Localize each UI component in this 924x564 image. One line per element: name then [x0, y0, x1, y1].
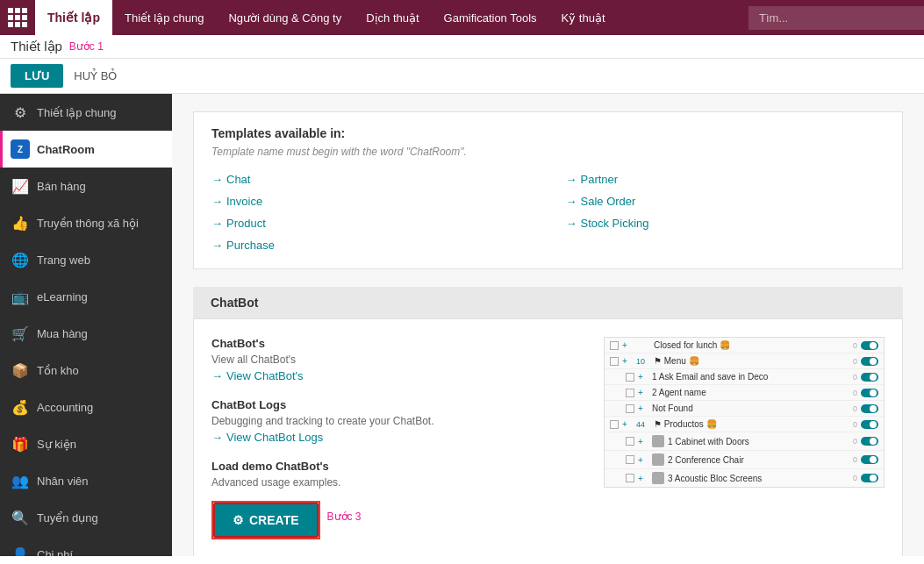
preview-checkbox[interactable]: [610, 420, 619, 429]
nav-item-dich-thuat[interactable]: Dịch thuật: [354, 0, 431, 35]
template-invoice[interactable]: → Invoice: [211, 192, 531, 211]
main-content: Templates available in: Template name mu…: [172, 94, 924, 556]
sidebar-item-ban-hang[interactable]: 📈 Bán hàng: [0, 168, 172, 204]
arrow-icon: →: [211, 239, 223, 252]
step3-label: Bước 3: [327, 510, 362, 523]
arrow-icon: →: [566, 173, 577, 186]
preview-count: 0: [853, 373, 857, 382]
grid-menu-button[interactable]: [0, 0, 35, 35]
sidebar-item-label: Chi phí: [37, 548, 73, 557]
toggle-button[interactable]: [861, 455, 878, 464]
preview-checkbox[interactable]: [626, 389, 634, 397]
template-product[interactable]: → Product: [211, 214, 531, 232]
nav-item-nguoi-dung[interactable]: Người dùng & Công ty: [216, 0, 354, 35]
sidebar-item-elearning[interactable]: 📺 eLearning: [0, 278, 172, 315]
shopping-icon: 🛒: [11, 324, 30, 343]
sidebar-item-mua-hang[interactable]: 🛒 Mua hàng: [0, 315, 172, 352]
sidebar-item-thiet-lap-chung[interactable]: ⚙ Thiết lập chung: [0, 94, 172, 131]
preview-label: 1 Ask Email and save in Deco: [652, 372, 849, 382]
arrow-icon: →: [211, 431, 223, 444]
link-label: View ChatBot's: [226, 369, 304, 382]
arrow-icon: →: [211, 195, 223, 208]
toggle-button[interactable]: [861, 389, 878, 397]
template-purchase[interactable]: → Purchase: [211, 236, 531, 254]
sidebar-item-truyen-thong[interactable]: 👍 Truyền thông xã hội: [0, 204, 172, 241]
preview-checkbox[interactable]: [610, 341, 619, 350]
search-input[interactable]: [749, 6, 924, 30]
toggle-button[interactable]: [861, 404, 878, 413]
templates-title: Templates available in:: [211, 126, 885, 140]
sidebar: ⚙ Thiết lập chung Z ChatRoom Bước 2 📈 Bá…: [0, 94, 172, 556]
nav-item-thiet-lap-chung[interactable]: Thiết lập chung: [112, 0, 216, 35]
create-button-box: ⚙ CREATE: [211, 501, 320, 539]
arrow-icon: →: [566, 217, 577, 230]
view-logs-link[interactable]: → View ChatBot Logs: [211, 431, 586, 444]
plus-icon: +: [638, 455, 648, 465]
sidebar-item-chatroom[interactable]: Z ChatRoom Bước 2: [0, 131, 172, 168]
sidebar-item-nhan-vien[interactable]: 👥 Nhân viên: [0, 462, 172, 499]
preview-num: 44: [636, 420, 650, 429]
active-border: [0, 131, 3, 168]
toggle-button[interactable]: [861, 341, 878, 350]
save-button[interactable]: LƯU: [11, 64, 63, 88]
toggle-button[interactable]: [861, 474, 878, 482]
preview-row: + 2 Conference Chair 0: [605, 451, 884, 469]
preview-checkbox[interactable]: [626, 455, 634, 464]
toggle-button[interactable]: [861, 420, 878, 429]
step1-label: Bước 1: [69, 40, 104, 53]
accounting-icon: 💰: [11, 397, 30, 417]
chatbot-group-title: ChatBot Logs: [211, 398, 586, 411]
preview-checkbox[interactable]: [610, 357, 619, 366]
sidebar-item-chi-phi[interactable]: 👤 Chi phí: [0, 536, 172, 556]
chatbot-group-title: Load demo ChatBot's: [211, 460, 586, 473]
templates-section: Templates available in: Template name mu…: [193, 111, 903, 269]
preview-count: 0: [853, 404, 857, 413]
chatbot-group-logs: ChatBot Logs Debugging and tracking to c…: [211, 398, 586, 444]
preview-label: ⚑ Productos 🍔: [654, 419, 849, 429]
toggle-button[interactable]: [861, 357, 878, 366]
sidebar-item-tuyen-dung[interactable]: 🔍 Tuyển dụng: [0, 499, 172, 536]
chatbot-preview-panel: + Closed for lunch 🍔 0 + 10 ⚑ Menu 🍔 0: [604, 337, 885, 555]
sidebar-item-su-kien[interactable]: 🎁 Sự kiện: [0, 425, 172, 462]
plus-icon: +: [638, 403, 648, 413]
action-bar: LƯU HUỶ BỎ: [0, 59, 924, 94]
nav-item-gamification[interactable]: Gamification Tools: [432, 0, 549, 35]
preview-checkbox[interactable]: [626, 373, 634, 382]
template-partner[interactable]: → Partner: [566, 170, 885, 189]
arrow-icon: →: [566, 195, 577, 208]
preview-row: + Closed for lunch 🍔 0: [605, 338, 884, 353]
sidebar-item-trang-web[interactable]: 🌐 Trang web: [0, 241, 172, 278]
preview-checkbox[interactable]: [626, 474, 634, 482]
toggle-button[interactable]: [861, 373, 878, 382]
preview-count: 0: [853, 455, 857, 464]
nav-item-active[interactable]: Thiết lập: [35, 0, 112, 35]
sidebar-item-ton-kho[interactable]: 📦 Tồn kho: [0, 352, 172, 389]
chart-icon: 📈: [11, 176, 30, 196]
arrow-icon: →: [211, 173, 223, 186]
view-chatbots-link[interactable]: → View ChatBot's: [211, 369, 586, 382]
page-title: Thiết lập: [11, 39, 62, 54]
preview-checkbox[interactable]: [626, 404, 634, 413]
sidebar-item-label: Accounting: [37, 401, 93, 414]
preview-checkbox[interactable]: [626, 437, 634, 446]
template-chat[interactable]: → Chat: [211, 170, 531, 189]
preview-row: + 1 Ask Email and save in Deco 0: [605, 369, 884, 385]
preview-count: 0: [853, 341, 857, 350]
nav-item-ky-thuat[interactable]: Kỹ thuật: [549, 0, 618, 35]
chatbot-group-desc: View all ChatBot's: [211, 353, 586, 366]
chatroom-icon: Z: [11, 139, 30, 159]
template-stock-picking[interactable]: → Stock Picking: [566, 214, 885, 232]
create-button[interactable]: ⚙ CREATE: [213, 503, 319, 538]
sidebar-item-accounting[interactable]: 💰 Accounting: [0, 389, 172, 425]
toggle-button[interactable]: [861, 437, 878, 446]
preview-count: 0: [853, 420, 857, 429]
preview-row: + 10 ⚑ Menu 🍔 0: [605, 353, 884, 369]
top-navigation: Thiết lập Thiết lập chung Người dùng & C…: [0, 0, 924, 35]
breadcrumb: Thiết lập Bước 1: [0, 35, 924, 59]
preview-row: + 2 Agent name 0: [605, 385, 884, 401]
cancel-button[interactable]: HUỶ BỎ: [70, 64, 120, 88]
preview-label: 2 Conference Chair: [668, 455, 849, 465]
sidebar-item-label: ChatRoom: [37, 143, 95, 156]
sidebar-item-label: Sự kiện: [37, 438, 76, 451]
template-sale-order[interactable]: → Sale Order: [566, 192, 885, 211]
